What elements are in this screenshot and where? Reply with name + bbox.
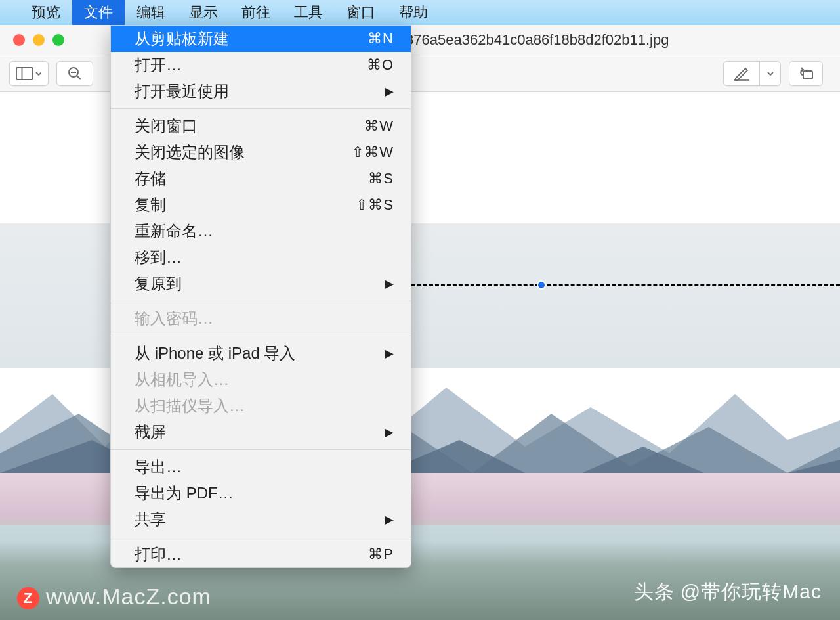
markup-dropdown-button[interactable] [760,61,781,86]
submenu-arrow-icon: ▶ [385,346,394,361]
menubar-item-window[interactable]: 窗口 [335,0,387,25]
menu-item-label: 从剪贴板新建 [135,28,368,49]
markup-button[interactable] [723,61,760,86]
menu-item[interactable]: 移到… [111,244,411,271]
menu-item[interactable]: 打开…⌘O [111,52,411,78]
menu-item-label: 打开最近使用 [135,81,385,102]
menu-item-shortcut: ⌘N [368,30,394,47]
menu-item[interactable]: 截屏▶ [111,419,411,445]
menu-item-shortcut: ⌘P [368,546,394,563]
menu-item-shortcut: ⇧⌘W [352,144,394,161]
menu-item-label: 打印… [135,544,368,565]
menu-separator [111,301,411,301]
menu-item[interactable]: 复原到▶ [111,271,411,297]
menu-item-label: 导出为 PDF… [135,483,394,504]
menu-item[interactable]: 从 iPhone 或 iPad 导入▶ [111,340,411,366]
menubar-item-go[interactable]: 前往 [230,0,282,25]
menu-item-shortcut: ⌘S [368,170,394,187]
file-menu-dropdown: 从剪贴板新建⌘N打开…⌘O打开最近使用▶关闭窗口⌘W关闭选定的图像⇧⌘W存储⌘S… [110,25,411,568]
crop-handle[interactable] [537,280,546,290]
menu-item-shortcut: ⌘W [364,118,394,135]
submenu-arrow-icon: ▶ [385,425,394,439]
rotate-button[interactable] [789,61,823,86]
svg-rect-0 [16,67,33,79]
watermark-site: Zwww.MacZ.com [17,584,211,609]
menu-item-label: 打开… [135,55,367,76]
menu-item[interactable]: 复制⇧⌘S [111,192,411,218]
menubar-app-name[interactable]: 预览 [20,0,72,25]
submenu-arrow-icon: ▶ [385,512,394,527]
menu-separator [111,336,411,336]
svg-rect-6 [803,71,812,79]
zoom-out-button[interactable] [56,61,93,86]
menu-item[interactable]: 共享▶ [111,506,411,533]
menu-item-label: 存储 [135,168,368,189]
submenu-arrow-icon: ▶ [385,277,394,291]
menu-item-shortcut: ⇧⌘S [356,196,394,213]
menu-item-label: 关闭窗口 [135,116,364,137]
menubar: 预览 文件 编辑 显示 前往 工具 窗口 帮助 [0,0,840,25]
window-zoom-button[interactable] [52,34,64,46]
menu-item-label: 关闭选定的图像 [135,142,352,163]
menu-item: 从相机导入… [111,366,411,393]
menu-item[interactable]: 关闭窗口⌘W [111,113,411,139]
crop-guideline[interactable] [411,284,840,286]
menubar-item-tools[interactable]: 工具 [282,0,335,25]
menu-item-shortcut: ⌘O [367,56,394,74]
sidebar-toggle-button[interactable] [9,61,49,86]
menu-item[interactable]: 导出为 PDF… [111,480,411,506]
menu-item[interactable]: 打开最近使用▶ [111,78,411,104]
menu-item: 输入密码… [111,305,411,332]
menu-item-label: 从相机导入… [135,369,394,390]
menu-item[interactable]: 关闭选定的图像⇧⌘W [111,139,411,166]
menu-item-label: 复原到 [135,273,385,294]
menu-item-label: 重新命名… [135,221,394,242]
menu-separator [111,449,411,450]
menu-item-label: 共享 [135,509,385,530]
menu-item-label: 从扫描仪导入… [135,395,394,416]
menubar-item-view[interactable]: 显示 [177,0,230,25]
menubar-item-help[interactable]: 帮助 [387,0,440,25]
submenu-arrow-icon: ▶ [385,84,394,99]
window-title: f876a5ea362b41c0a86f18b8d2f02b11.jpg [381,31,827,49]
window-minimize-button[interactable] [33,34,45,46]
menubar-item-edit[interactable]: 编辑 [125,0,177,25]
svg-line-3 [77,76,81,79]
menu-item[interactable]: 存储⌘S [111,166,411,192]
menu-item[interactable]: 从剪贴板新建⌘N [111,26,411,52]
menu-separator [111,537,411,537]
menu-item-label: 移到… [135,247,394,268]
menu-item-label: 复制 [135,194,356,215]
menu-item-label: 截屏 [135,422,385,443]
watermark-author: 头条 @带你玩转Mac [634,579,822,606]
menubar-item-file[interactable]: 文件 [72,0,125,25]
z-badge-icon: Z [17,587,39,609]
menu-item: 从扫描仪导入… [111,393,411,419]
menu-item-label: 从 iPhone 或 iPad 导入 [135,343,385,364]
menu-item[interactable]: 打印…⌘P [111,541,411,567]
window-close-button[interactable] [13,34,25,46]
menu-item[interactable]: 重新命名… [111,218,411,244]
document-title: f876a5ea362b41c0a86f18b8d2f02b11.jpg [402,32,669,49]
menu-separator [111,108,411,109]
menu-item-label: 输入密码… [135,308,394,329]
menu-item[interactable]: 导出… [111,454,411,480]
menu-item-label: 导出… [135,456,394,477]
